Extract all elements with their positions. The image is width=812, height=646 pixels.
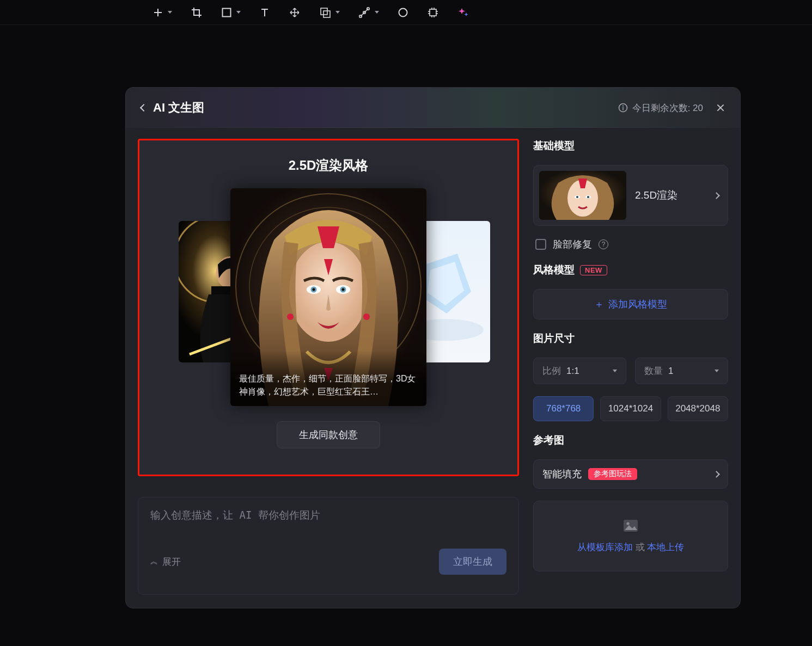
- generate-button[interactable]: 立即生成: [439, 549, 506, 575]
- top-toolbar: [0, 0, 812, 25]
- smart-fill-label: 智能填充: [542, 467, 582, 481]
- face-restore-checkbox[interactable]: 脸部修复 ?: [533, 238, 728, 251]
- preview-caption: 最佳质量，杰作，细节，正面脸部特写，3D女神肖像，幻想艺术，巨型红宝石王…: [230, 350, 426, 406]
- prompt-box: ︽ 展开 立即生成: [138, 497, 519, 595]
- svg-rect-7: [430, 9, 436, 16]
- preview-carousel: 最佳质量，杰作，细节，正面脸部特写，3D女神肖像，幻想艺术，巨型红宝石王…: [139, 188, 517, 406]
- slice-tool[interactable]: [427, 7, 439, 19]
- svg-point-28: [342, 288, 345, 291]
- quota-info: 今日剩余次数: 20: [618, 102, 703, 114]
- count-select[interactable]: 数量1: [635, 358, 728, 384]
- plus-icon: [152, 7, 163, 18]
- svg-point-38: [587, 196, 589, 198]
- chevron-right-icon: [713, 192, 720, 199]
- quota-text: 今日剩余次数: 20: [632, 102, 703, 114]
- chevron-down-icon: [236, 11, 241, 14]
- union-icon: [319, 7, 331, 19]
- nodes-icon: [358, 7, 370, 19]
- svg-rect-0: [223, 8, 231, 16]
- double-chevron-up-icon: ︽: [150, 557, 157, 567]
- size-chip-2048[interactable]: 2048*2048: [668, 396, 728, 421]
- carousel-center-image[interactable]: 最佳质量，杰作，细节，正面脸部特写，3D女神肖像，幻想艺术，巨型红宝石王…: [230, 188, 426, 406]
- square-icon: [221, 7, 232, 18]
- upload-text: 从模板库添加 或 本地上传: [577, 541, 684, 553]
- svg-point-9: [622, 106, 624, 107]
- add-tool[interactable]: [152, 7, 172, 18]
- plus-icon: ＋: [594, 298, 604, 311]
- text-tool[interactable]: [259, 7, 270, 18]
- checkbox-icon: [535, 239, 546, 250]
- svg-rect-2: [323, 11, 330, 17]
- ai-tool[interactable]: [457, 7, 469, 19]
- image-size-title: 图片尺寸: [533, 331, 728, 346]
- svg-point-36: [576, 196, 578, 198]
- new-badge: NEW: [580, 265, 607, 275]
- svg-point-40: [626, 522, 629, 525]
- expand-button[interactable]: ︽ 展开: [150, 556, 181, 568]
- crop-icon: [191, 7, 203, 19]
- svg-rect-10: [622, 107, 623, 110]
- image-icon: [623, 519, 638, 532]
- close-button[interactable]: [716, 103, 725, 112]
- base-model-select[interactable]: 2.5D渲染: [533, 165, 728, 226]
- vector-tool[interactable]: [358, 7, 379, 19]
- text-icon: [259, 7, 270, 18]
- base-model-title: 基础模型: [533, 139, 728, 153]
- smart-fill-row[interactable]: 智能填充 参考图玩法: [533, 459, 728, 489]
- add-style-model-button[interactable]: ＋ 添加风格模型: [533, 289, 728, 319]
- reference-upload-box[interactable]: 从模板库添加 或 本地上传: [533, 501, 728, 571]
- shape-tool[interactable]: [221, 7, 241, 18]
- ai-text2image-panel: AI 文生图 今日剩余次数: 20 2.5D渲染风格: [125, 87, 741, 608]
- svg-point-25: [313, 288, 315, 291]
- style-preview-card: 2.5D渲染风格: [138, 139, 519, 476]
- svg-point-30: [287, 313, 294, 320]
- face-restore-label: 脸部修复: [553, 238, 592, 251]
- circle-icon: [398, 7, 408, 18]
- svg-point-31: [363, 313, 370, 320]
- size-chips: 768*768 1024*1024 2048*2048: [533, 396, 728, 421]
- chevron-down-icon: [613, 370, 617, 372]
- svg-point-6: [399, 8, 407, 16]
- svg-rect-1: [321, 8, 327, 15]
- chevron-down-icon: [375, 11, 379, 14]
- base-model-name: 2.5D渲染: [635, 188, 705, 202]
- generate-same-button[interactable]: 生成同款创意: [277, 421, 380, 448]
- from-templates-link[interactable]: 从模板库添加: [577, 542, 633, 552]
- slice-icon: [427, 7, 439, 19]
- chevron-left-icon: [140, 104, 148, 112]
- boolean-tool[interactable]: [319, 7, 340, 19]
- chevron-right-icon: [713, 471, 720, 478]
- size-chip-768[interactable]: 768*768: [533, 396, 594, 421]
- style-model-title: 风格模型 NEW: [533, 263, 728, 277]
- move-icon: [289, 7, 301, 19]
- preview-title: 2.5D渲染风格: [289, 157, 369, 174]
- chevron-down-icon: [715, 370, 719, 372]
- transform-tool[interactable]: [289, 7, 301, 19]
- back-button[interactable]: AI 文生图: [141, 100, 204, 116]
- reference-title: 参考图: [533, 433, 728, 447]
- base-model-thumbnail: [539, 171, 626, 220]
- ref-play-pill: 参考图玩法: [588, 468, 637, 480]
- size-chip-1024[interactable]: 1024*1024: [600, 396, 661, 421]
- local-upload-link[interactable]: 本地上传: [647, 542, 684, 552]
- ellipse-tool[interactable]: [398, 7, 408, 18]
- help-icon[interactable]: ?: [599, 239, 608, 249]
- info-icon: [618, 103, 628, 113]
- crop-tool[interactable]: [191, 7, 203, 19]
- chevron-down-icon: [335, 11, 340, 14]
- ratio-select[interactable]: 比例1:1: [533, 358, 626, 384]
- ai-sparkle-icon: [457, 7, 469, 19]
- prompt-input[interactable]: [150, 508, 506, 532]
- panel-title: AI 文生图: [153, 100, 204, 116]
- chevron-down-icon: [168, 11, 172, 14]
- panel-header: AI 文生图 今日剩余次数: 20: [126, 88, 740, 128]
